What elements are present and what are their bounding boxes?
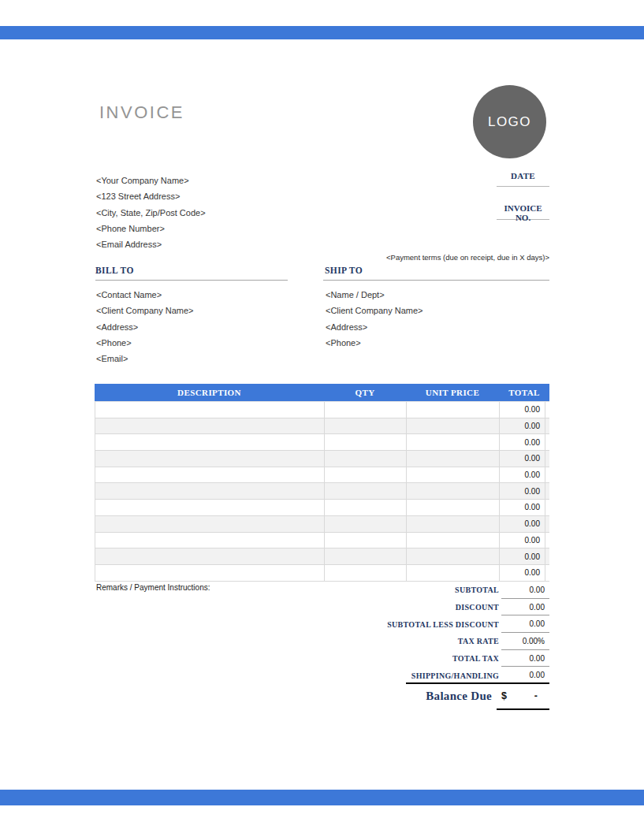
ship-to-line[interactable]: <Client Company Name> (326, 303, 538, 318)
item-total-cell[interactable]: 0.00 (500, 434, 545, 450)
item-description-cell[interactable] (95, 467, 325, 483)
item-qty-cell[interactable] (325, 549, 407, 564)
table-row: 0.00 (95, 565, 549, 582)
company-logo: LOGO (473, 85, 546, 158)
table-row: 0.00 (95, 402, 549, 418)
ship-to-line[interactable]: <Address> (326, 319, 538, 335)
table-row: 0.00 (95, 451, 549, 467)
item-unit-price-cell[interactable] (407, 500, 500, 515)
table-row: 0.00 (95, 549, 549, 565)
totals-row: SUBTOTAL 0.00 (95, 582, 549, 599)
company-info-line[interactable]: <Email Address> (96, 236, 301, 252)
bill-to-line[interactable]: <Email> (96, 351, 309, 366)
table-row: 0.00 (95, 434, 549, 451)
item-qty-cell[interactable] (325, 418, 407, 434)
balance-due-top-rule (406, 682, 549, 684)
item-qty-cell[interactable] (325, 516, 407, 532)
item-qty-cell[interactable] (325, 434, 407, 450)
company-info-line[interactable]: <Phone Number> (96, 221, 301, 236)
item-unit-price-cell[interactable] (407, 516, 500, 532)
item-description-cell[interactable] (95, 434, 325, 450)
totals-section: SUBTOTAL 0.00 DISCOUNT 0.00 SUBTOTAL LES… (95, 582, 549, 684)
item-description-cell[interactable] (95, 402, 325, 418)
column-header-unit-price: UNIT PRICE (406, 384, 499, 401)
item-qty-cell[interactable] (325, 565, 407, 581)
balance-due-value: $ - (497, 690, 549, 701)
totals-row-value[interactable]: 0.00 (501, 599, 549, 616)
item-qty-cell[interactable] (325, 451, 407, 467)
item-total-cell[interactable]: 0.00 (500, 418, 545, 434)
ship-to-line[interactable]: <Phone> (326, 335, 538, 351)
company-info-line[interactable]: <123 Street Address> (96, 188, 301, 204)
item-total-cell[interactable]: 0.00 (500, 451, 545, 467)
item-description-cell[interactable] (95, 418, 325, 434)
table-row: 0.00 (95, 467, 549, 484)
balance-due-row: Balance Due $ - (95, 687, 549, 705)
date-field[interactable]: DATE (497, 171, 549, 187)
item-total-cell[interactable]: 0.00 (500, 483, 545, 499)
item-unit-price-cell[interactable] (407, 483, 500, 499)
item-qty-cell[interactable] (325, 483, 407, 499)
totals-row: DISCOUNT 0.00 (95, 599, 549, 616)
company-info-line[interactable]: <City, State, Zip/Post Code> (96, 205, 301, 221)
item-unit-price-cell[interactable] (407, 451, 500, 467)
totals-row-value[interactable]: 0.00 (501, 650, 549, 668)
item-description-cell[interactable] (95, 516, 325, 532)
totals-row-value[interactable]: 0.00 (501, 667, 549, 684)
bill-to-line[interactable]: <Client Company Name> (96, 303, 309, 318)
item-total-cell[interactable]: 0.00 (500, 500, 545, 515)
item-total-cell[interactable]: 0.00 (500, 533, 545, 549)
item-unit-price-cell[interactable] (407, 565, 500, 581)
totals-row-value[interactable]: 0.00 (501, 615, 549, 633)
payment-terms[interactable]: <Payment terms (due on receipt, due in X… (236, 253, 549, 262)
ship-to-rule (323, 280, 549, 281)
totals-row-label: DISCOUNT (95, 603, 501, 612)
item-unit-price-cell[interactable] (407, 434, 500, 450)
bill-to-label: BILL TO (95, 266, 134, 275)
company-info-line[interactable]: <Your Company Name> (96, 173, 301, 188)
item-total-cell[interactable]: 0.00 (500, 467, 545, 483)
ship-to-label: SHIP TO (325, 266, 363, 275)
item-qty-cell[interactable] (325, 533, 407, 549)
ship-to-line[interactable]: <Name / Dept> (326, 287, 538, 303)
bill-to-line[interactable]: <Contact Name> (96, 287, 309, 303)
invoice-number-field[interactable]: INVOICE NO. (497, 203, 549, 220)
item-unit-price-cell[interactable] (407, 418, 500, 434)
table-row: 0.00 (95, 500, 549, 516)
totals-row: TOTAL TAX 0.00 (95, 650, 549, 668)
item-unit-price-cell[interactable] (407, 533, 500, 549)
item-unit-price-cell[interactable] (407, 402, 500, 418)
item-description-cell[interactable] (95, 533, 325, 549)
logo-text: LOGO (488, 114, 531, 130)
column-header-qty: QTY (324, 384, 406, 401)
item-total-cell[interactable]: 0.00 (500, 549, 545, 564)
totals-row-label: TAX RATE (95, 637, 501, 645)
item-description-cell[interactable] (95, 549, 325, 564)
item-unit-price-cell[interactable] (407, 549, 500, 564)
bill-to-line[interactable]: <Phone> (96, 335, 309, 351)
bill-to-line[interactable]: <Address> (96, 319, 309, 335)
item-total-cell[interactable]: 0.00 (500, 516, 545, 532)
page-title: INVOICE (99, 102, 184, 123)
totals-row-value[interactable]: 0.00 (501, 582, 549, 599)
totals-row-label: SHIPPING/HANDLING (95, 671, 501, 680)
item-total-cell[interactable]: 0.00 (500, 565, 545, 581)
totals-row-value[interactable]: 0.00% (501, 633, 549, 650)
item-description-cell[interactable] (95, 483, 325, 499)
item-qty-cell[interactable] (325, 500, 407, 515)
items-table-body: 0.00 0.00 0.00 0.00 (95, 401, 549, 582)
balance-due-amount[interactable]: - (534, 690, 538, 701)
item-qty-cell[interactable] (325, 402, 407, 418)
item-description-cell[interactable] (95, 451, 325, 467)
balance-due-bottom-rule (497, 708, 549, 710)
item-unit-price-cell[interactable] (407, 467, 500, 483)
item-description-cell[interactable] (95, 565, 325, 581)
item-total-cell[interactable]: 0.00 (500, 402, 545, 418)
item-description-cell[interactable] (95, 500, 325, 515)
column-header-description: DESCRIPTION (95, 384, 324, 401)
table-row: 0.00 (95, 533, 549, 549)
items-table: DESCRIPTION QTY UNIT PRICE TOTAL 0.00 0.… (95, 384, 549, 582)
top-accent-bar (0, 26, 644, 39)
item-qty-cell[interactable] (325, 467, 407, 483)
balance-due-label: Balance Due (95, 690, 497, 703)
